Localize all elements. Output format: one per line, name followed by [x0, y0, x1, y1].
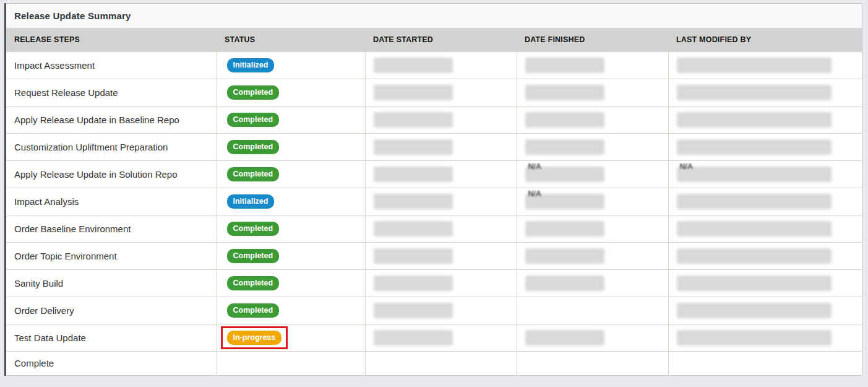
date-started-cell: [365, 270, 517, 297]
redaction-box: [525, 58, 604, 73]
date-started-cell: [365, 324, 517, 352]
table-body: Impact AssessmentInitializedRequest Rele…: [6, 52, 862, 375]
redaction-box: [677, 85, 831, 100]
redacted-value: [525, 139, 604, 155]
redacted-value: [374, 167, 453, 182]
redacted-value: [525, 112, 604, 128]
date-finished-cell: [517, 243, 668, 270]
status-cell: Completed: [217, 243, 365, 270]
status-cell: In-progress: [217, 324, 365, 352]
table-row: Apply Release Update in Baseline RepoCom…: [6, 107, 862, 134]
date-started-cell: [365, 352, 517, 375]
date-finished-cell: [517, 324, 668, 352]
status-badge: Initialized: [227, 194, 275, 209]
redacted-value: [374, 303, 453, 318]
last-modified-by-cell: [668, 243, 862, 270]
status-cell: Completed: [217, 79, 365, 107]
release-step-name: Test Data Update: [6, 324, 217, 352]
table-row: Impact AssessmentInitialized: [6, 52, 862, 79]
release-step-name: Impact Analysis: [6, 188, 217, 215]
last-modified-by-cell: [668, 107, 862, 134]
redaction-box: [677, 276, 831, 291]
redacted-value: N/A: [525, 194, 604, 209]
redaction-box: [677, 167, 831, 182]
redaction-box: [525, 330, 604, 346]
status-cell: Completed: [217, 215, 365, 243]
redaction-box: [677, 221, 831, 237]
status-badge: Completed: [227, 140, 280, 155]
redacted-value: [374, 194, 453, 209]
table-row: Apply Release Update in Solution RepoCom…: [6, 161, 862, 188]
highlight-annotation-box: In-progress: [221, 326, 288, 350]
release-step-name: Order Topic Environment: [6, 243, 217, 270]
date-finished-cell: [517, 215, 668, 243]
date-finished-cell: [517, 134, 668, 161]
date-started-cell: [365, 52, 517, 79]
table-row: Order Baseline EnvironmentCompleted: [6, 215, 862, 243]
date-started-cell: [365, 107, 517, 134]
release-step-name: Order Delivery: [6, 297, 217, 324]
last-modified-by-cell: [668, 52, 862, 79]
release-step-name: Apply Release Update in Baseline Repo: [6, 107, 217, 134]
release-step-name: Sanity Build: [6, 270, 217, 297]
date-started-cell: [365, 243, 517, 270]
date-finished-cell: [517, 352, 668, 375]
column-header-status: STATUS: [217, 28, 365, 52]
redaction-box: [677, 194, 831, 209]
last-modified-by-cell: [668, 297, 862, 324]
redacted-value: [677, 58, 831, 73]
release-step-name: Customization Upliftment Preparation: [6, 134, 217, 161]
date-finished-cell: [517, 79, 668, 107]
redaction-box: [525, 248, 604, 264]
redacted-value: [525, 276, 604, 291]
status-cell: Completed: [217, 161, 365, 188]
redacted-value: [677, 276, 831, 291]
last-modified-by-cell: [668, 352, 862, 375]
release-step-name: Apply Release Update in Solution Repo: [6, 161, 217, 188]
status-badge: Completed: [227, 167, 280, 182]
date-started-cell: [365, 79, 517, 107]
redacted-value: [374, 221, 453, 237]
redacted-value: [374, 58, 453, 73]
status-cell: [217, 352, 365, 375]
date-finished-cell: [517, 107, 668, 134]
release-step-name: Complete: [6, 352, 217, 375]
panel-titlebar: Release Update Summary: [6, 4, 862, 28]
redaction-box: [374, 58, 453, 73]
redaction-box: [677, 330, 831, 346]
last-modified-by-cell: [668, 270, 862, 297]
column-header-date-finished: DATE FINISHED: [517, 28, 668, 52]
redacted-value: [374, 276, 453, 291]
date-started-cell: [365, 134, 517, 161]
redaction-box: [525, 139, 604, 155]
redacted-value: [677, 248, 831, 264]
date-finished-cell: [517, 297, 668, 324]
table-row: Customization Upliftment PreparationComp…: [6, 134, 862, 161]
redacted-value: [677, 139, 831, 155]
date-started-cell: [365, 297, 517, 324]
release-step-name: Impact Assessment: [6, 52, 217, 79]
table-row: Complete: [6, 352, 862, 375]
date-finished-cell: N/A: [517, 188, 668, 215]
redacted-value: N/A: [677, 167, 831, 182]
status-cell: Initialized: [217, 52, 365, 79]
status-cell: Completed: [217, 107, 365, 134]
status-cell: Completed: [217, 134, 365, 161]
redaction-box: [525, 167, 604, 182]
status-badge: Completed: [227, 249, 280, 264]
redaction-box: [525, 85, 604, 100]
release-update-summary-panel: Release Update Summary RELEASE STEPS STA…: [6, 3, 862, 376]
last-modified-by-cell: [668, 215, 862, 243]
status-badge: Completed: [227, 113, 280, 128]
redaction-box: [677, 58, 831, 73]
redacted-value: [677, 221, 831, 237]
redaction-box: [374, 112, 453, 128]
last-modified-by-cell: [668, 188, 862, 215]
redacted-value: [677, 303, 831, 318]
redacted-value: [677, 330, 831, 346]
redacted-value: [677, 112, 831, 128]
release-step-name: Request Release Update: [6, 79, 217, 107]
date-started-cell: [365, 188, 517, 215]
table-header-row: RELEASE STEPS STATUS DATE STARTED DATE F…: [6, 28, 862, 52]
last-modified-by-cell: N/A: [668, 161, 862, 188]
